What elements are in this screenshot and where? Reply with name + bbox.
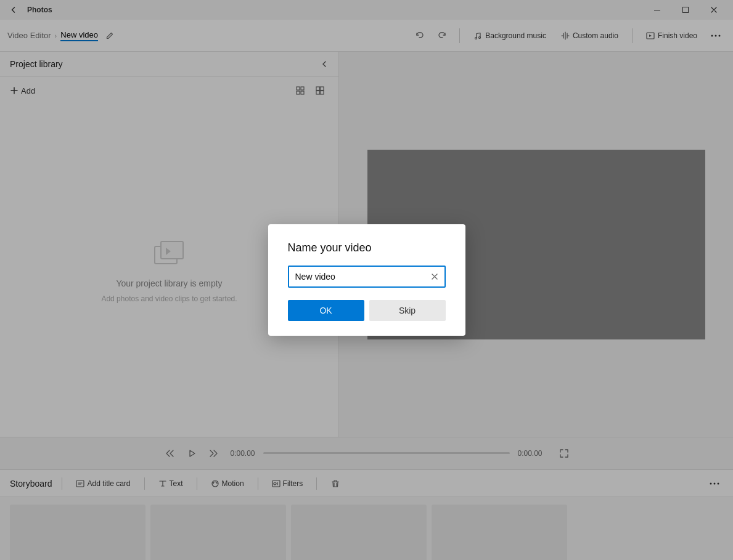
video-name-input[interactable]	[288, 266, 446, 288]
clear-input-button[interactable]	[428, 270, 441, 283]
skip-button[interactable]: Skip	[369, 300, 446, 321]
dialog-input-wrap	[288, 266, 446, 288]
ok-button[interactable]: OK	[288, 300, 364, 321]
name-video-dialog: Name your video OK Skip	[268, 224, 465, 336]
dialog-title: Name your video	[288, 241, 446, 254]
dialog-buttons: OK Skip	[288, 300, 446, 321]
dialog-overlay: Name your video OK Skip	[0, 0, 733, 560]
